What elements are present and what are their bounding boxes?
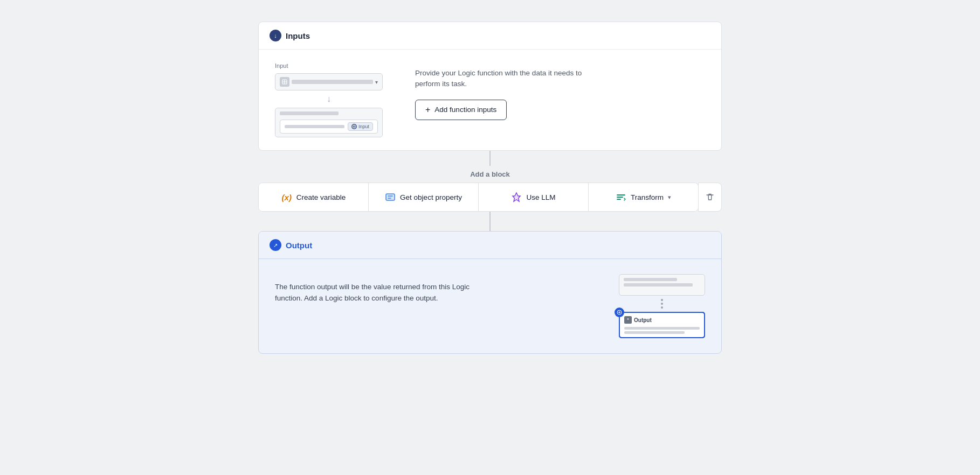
transform-icon: [616, 192, 626, 202]
mock-result-inner: Input: [280, 120, 378, 134]
mock-result-line: [285, 125, 344, 128]
output-line1: [624, 327, 700, 330]
output-card-header: ↗ Output: [259, 232, 721, 259]
block-buttons-container: (x) Create variable Get object property: [258, 183, 722, 212]
add-block-label: Add a block: [470, 166, 510, 183]
add-button-label: Add function inputs: [434, 106, 496, 114]
input-label: Input: [275, 62, 288, 69]
get-object-label: Get object property: [400, 193, 462, 201]
output-mock-lines: [624, 327, 700, 334]
dots-connector: [661, 296, 663, 312]
input-mock-field: ▾: [275, 73, 383, 90]
add-function-inputs-button[interactable]: + Add function inputs: [415, 100, 507, 120]
badge-text: Input: [358, 124, 369, 129]
inputs-card: ↓ Inputs Input ▾: [258, 22, 722, 151]
main-container: ↓ Inputs Input ▾: [258, 22, 722, 354]
get-object-property-button[interactable]: Get object property: [369, 183, 479, 211]
output-mock-top: [619, 274, 705, 296]
inputs-card-header: ↓ Inputs: [259, 22, 721, 50]
input-badge: Input: [348, 122, 373, 131]
badge-icon: [351, 124, 357, 129]
block-buttons-row: (x) Create variable Get object property: [258, 183, 699, 212]
transform-chevron-icon: ▾: [668, 194, 671, 201]
add-block-section: Add a block (x) Create variable: [258, 166, 722, 212]
output-badge-icon: ❝: [624, 316, 632, 324]
inputs-card-body: Input ▾ ↓: [259, 50, 721, 150]
dot2: [661, 303, 663, 305]
output-mock-line1: [624, 278, 677, 281]
output-badge: ❝ Output: [624, 316, 700, 324]
output-header-icon: ↗: [270, 239, 281, 251]
plus-icon: +: [425, 105, 430, 115]
output-card-body: The function output will be the value re…: [259, 259, 721, 353]
output-anchor-icon: [615, 308, 624, 317]
inputs-card-title: Inputs: [286, 31, 310, 40]
inputs-description-text: Provide your Logic function with the dat…: [415, 68, 598, 90]
use-llm-button[interactable]: Use LLM: [479, 183, 589, 211]
svg-rect-5: [386, 194, 395, 200]
mock-field-icon: [280, 77, 289, 87]
llm-icon: [511, 192, 522, 202]
output-description-text: The function output will be the value re…: [275, 274, 480, 304]
transform-button[interactable]: Transform ▾: [589, 183, 698, 211]
output-mock-line2: [624, 283, 693, 287]
inputs-header-icon: ↓: [270, 30, 281, 41]
variable-icon: (x): [281, 192, 292, 202]
output-card-title: Output: [286, 241, 312, 250]
delete-button[interactable]: [698, 183, 722, 212]
create-variable-label: Create variable: [296, 193, 346, 201]
output-line2: [624, 331, 685, 334]
output-mock-result: ❝ Output: [619, 312, 705, 338]
output-badge-text: Output: [634, 317, 652, 323]
mock-chevron-icon: ▾: [375, 79, 378, 85]
create-variable-button[interactable]: (x) Create variable: [259, 183, 369, 211]
inputs-description: Provide your Logic function with the dat…: [415, 62, 705, 120]
use-llm-label: Use LLM: [526, 193, 555, 201]
connector-line-bottom: [489, 212, 491, 231]
dot3: [661, 306, 663, 309]
output-illustration: ❝ Output: [619, 274, 705, 338]
mock-result-box: Input: [275, 108, 383, 137]
dot1: [661, 299, 663, 301]
mock-input-line: [292, 80, 373, 84]
transform-label: Transform: [631, 193, 664, 201]
connector-line-top: [489, 151, 491, 166]
inputs-illustration: Input ▾ ↓: [275, 62, 383, 137]
output-card: ↗ Output The function output will be the…: [258, 231, 722, 354]
object-icon: [385, 192, 396, 202]
arrow-down-connector: ↓: [275, 93, 383, 106]
mock-result-line-top: [280, 111, 339, 115]
